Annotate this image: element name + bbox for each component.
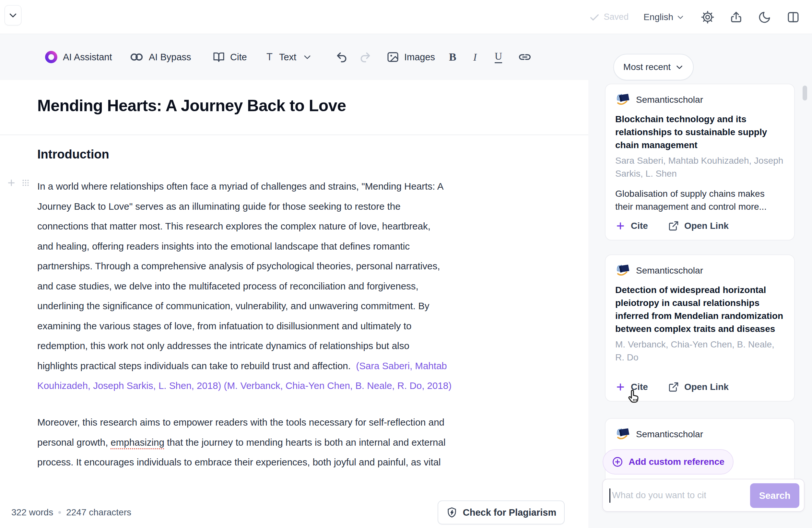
save-status: Saved: [589, 12, 629, 23]
reference-title[interactable]: Detection of widespread horizontal pleio…: [615, 283, 784, 336]
reference-abstract: Globalisation of supply chains makes the…: [615, 187, 784, 213]
drag-handle-icon[interactable]: [21, 178, 30, 188]
source-row: Semanticscholar: [615, 93, 784, 107]
share-icon: [729, 10, 743, 24]
paragraph-1[interactable]: In a world where relationships often fac…: [37, 176, 451, 396]
underline-icon: U: [495, 51, 502, 63]
cite-button[interactable]: Cite: [615, 382, 648, 392]
semanticscholar-logo: [615, 427, 630, 441]
block-handle[interactable]: [6, 178, 30, 188]
image-icon: [387, 50, 400, 63]
citation-search-input[interactable]: [612, 479, 706, 511]
reference-authors: Sara Saberi, Mahtab Kouhizadeh, Joseph S…: [615, 154, 784, 180]
ai-bypass-button[interactable]: AI Bypass: [130, 34, 191, 80]
circle-plus-icon: [612, 456, 623, 468]
external-link-icon: [668, 381, 679, 393]
text-style-label: Text: [279, 52, 296, 62]
book-open-icon: [212, 50, 225, 63]
settings-button[interactable]: [700, 10, 715, 24]
title-divider: [0, 134, 588, 135]
share-button[interactable]: [729, 10, 743, 24]
dot-separator: [58, 511, 61, 514]
character-count: 2247 characters: [66, 507, 131, 518]
reference-card-1[interactable]: Semanticscholar Blockchain technology an…: [605, 84, 795, 240]
check-icon: [589, 12, 600, 23]
chevron-down-icon: [8, 10, 18, 20]
plus-icon: [615, 221, 626, 231]
redo-icon: [359, 50, 372, 63]
chevron-down-icon: [303, 53, 312, 62]
paragraph-2[interactable]: Moreover, this research aims to empower …: [37, 412, 445, 472]
semanticscholar-logo: [615, 264, 630, 278]
italic-button[interactable]: I: [473, 34, 477, 80]
bold-button[interactable]: B: [449, 34, 456, 80]
external-link-icon: [668, 220, 679, 231]
cite-button-label: Cite: [631, 221, 648, 231]
citation-search-panel: Search: [602, 479, 804, 512]
semanticscholar-logo: [615, 93, 630, 107]
dark-mode-button[interactable]: [757, 10, 772, 24]
link-icon: [518, 50, 532, 64]
ai-ring-icon: [44, 50, 58, 64]
header-actions: Saved English: [589, 0, 800, 34]
text-caret: [609, 488, 610, 503]
ai-assistant-button[interactable]: AI Assistant: [44, 34, 112, 80]
gear-icon: [701, 10, 714, 24]
bypass-circles-icon: [130, 50, 144, 64]
document-menu-button[interactable]: [4, 5, 21, 25]
check-plagiarism-label: Check for Plagiarism: [463, 507, 556, 518]
images-label: Images: [404, 52, 435, 62]
sort-dropdown[interactable]: Most recent: [613, 54, 694, 80]
open-link-label: Open Link: [684, 382, 729, 392]
open-link-label: Open Link: [684, 221, 729, 231]
add-custom-reference-button[interactable]: Add custom reference: [603, 449, 734, 474]
chevron-down-icon: [675, 63, 684, 71]
sidebar-scrollbar[interactable]: [802, 86, 807, 101]
images-button[interactable]: Images: [387, 34, 435, 80]
reference-card-2[interactable]: Semanticscholar Detection of widespread …: [605, 254, 795, 401]
text-icon: T: [266, 51, 273, 63]
source-label: Semanticscholar: [636, 94, 703, 105]
book-icon: [786, 10, 800, 24]
add-custom-reference-label: Add custom reference: [628, 457, 724, 467]
reference-authors: M. Verbanck, Chia-Yen Chen, B. Neale, R.…: [615, 338, 784, 364]
search-button[interactable]: Search: [750, 483, 799, 508]
save-status-label: Saved: [604, 12, 629, 22]
source-label: Semanticscholar: [636, 265, 703, 276]
open-link-button[interactable]: Open Link: [668, 220, 729, 231]
language-label: English: [643, 12, 673, 23]
document-title[interactable]: Mending Hearts: A Journey Back to Love: [37, 96, 346, 115]
add-block-icon[interactable]: [6, 178, 16, 188]
plus-icon: [615, 382, 626, 392]
paragraph-1-text: In a world where relationships often fac…: [37, 181, 444, 371]
document-editor[interactable]: Mending Hearts: A Journey Back to Love I…: [0, 80, 588, 528]
underline-button[interactable]: U: [495, 34, 502, 80]
cite-tool-label: Cite: [230, 52, 247, 62]
moon-icon: [758, 10, 771, 24]
shield-bolt-icon: [446, 507, 458, 518]
italic-icon: I: [473, 51, 477, 63]
chevron-down-icon: [677, 13, 684, 21]
language-selector[interactable]: English: [643, 12, 684, 23]
cite-button[interactable]: Cite: [615, 221, 648, 231]
check-plagiarism-button[interactable]: Check for Plagiarism: [438, 500, 565, 525]
source-row: Semanticscholar: [615, 264, 784, 278]
undo-button[interactable]: [335, 34, 348, 80]
bold-icon: B: [449, 51, 456, 63]
reference-actions: Cite Open Link: [615, 381, 784, 393]
undo-icon: [335, 50, 348, 63]
section-heading[interactable]: Introduction: [37, 147, 109, 161]
misspelled-word[interactable]: emphasizing: [111, 437, 164, 448]
reference-actions: Cite Open Link: [615, 220, 784, 231]
reader-view-button[interactable]: [786, 10, 800, 24]
cite-tool-button[interactable]: Cite: [212, 34, 247, 80]
redo-button[interactable]: [359, 34, 372, 80]
ai-bypass-label: AI Bypass: [149, 52, 191, 62]
sort-label: Most recent: [623, 62, 671, 72]
text-style-dropdown[interactable]: T Text: [266, 34, 312, 80]
link-button[interactable]: [518, 34, 532, 80]
open-link-button[interactable]: Open Link: [668, 381, 729, 393]
reference-title[interactable]: Blockchain technology and its relationsh…: [615, 113, 784, 152]
cite-button-label: Cite: [631, 382, 648, 392]
source-row: Semanticscholar: [615, 427, 784, 441]
